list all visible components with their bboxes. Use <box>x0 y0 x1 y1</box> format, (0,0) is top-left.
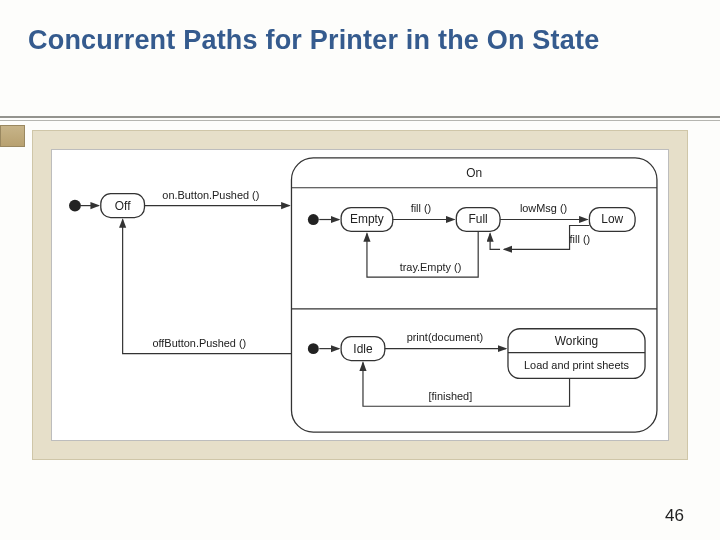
low-state: Low <box>601 212 623 226</box>
off-state: Off <box>115 199 131 213</box>
offbutton-label: offButton.Pushed () <box>152 337 246 349</box>
diagram-frame: .st { fill:#fff; stroke:#333; stroke-wid… <box>32 130 688 460</box>
diagram-inner: .st { fill:#fff; stroke:#333; stroke-wid… <box>51 149 669 441</box>
svg-point-14 <box>308 343 319 354</box>
lowmsg-label: lowMsg () <box>520 202 567 214</box>
trayempty-label: tray.Empty () <box>400 261 462 273</box>
onbutton-label: on.Button.Pushed () <box>162 189 259 201</box>
svg-point-7 <box>308 214 319 225</box>
on-label: On <box>466 166 482 180</box>
page-number: 46 <box>665 506 684 526</box>
full-state: Full <box>469 212 488 226</box>
working-state: Working <box>555 334 598 348</box>
svg-point-3 <box>69 200 81 212</box>
finished-label: [finished] <box>429 390 473 402</box>
slide-title: Concurrent Paths for Printer in the On S… <box>28 24 692 56</box>
working-do: Load and print sheets <box>524 359 629 371</box>
fill1-label: fill () <box>411 202 432 214</box>
accent-block <box>0 125 25 147</box>
svg-rect-0 <box>291 158 656 432</box>
divider <box>0 116 720 122</box>
idle-state: Idle <box>353 342 373 356</box>
print-label: print(document) <box>407 331 483 343</box>
state-diagram-svg: .st { fill:#fff; stroke:#333; stroke-wid… <box>52 150 668 440</box>
slide: Concurrent Paths for Printer in the On S… <box>0 0 720 540</box>
empty-state: Empty <box>350 212 384 226</box>
fill2-label: fill () <box>570 233 591 245</box>
